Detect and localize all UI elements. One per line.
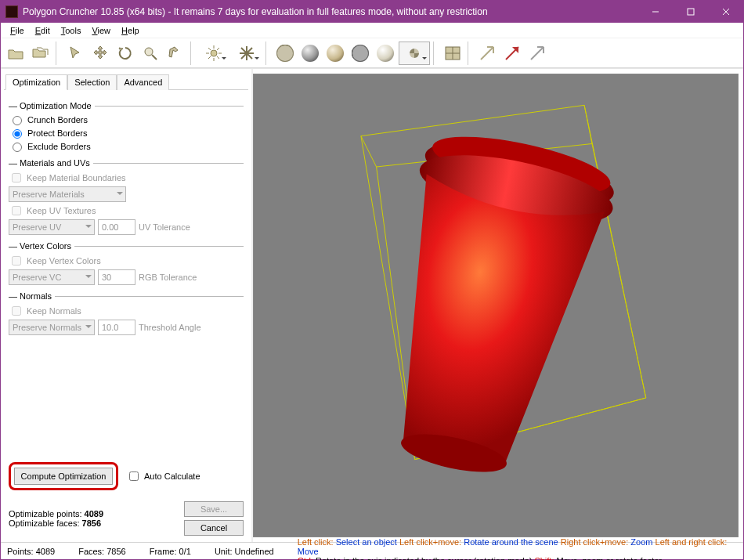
sphere-wire2-icon[interactable] <box>349 42 372 65</box>
menu-edit[interactable]: Edit <box>31 24 55 37</box>
save-button: Save... <box>184 501 244 517</box>
statusbar: Points: 4089 Faces: 7856 Frame: 0/1 Unit… <box>1 542 743 559</box>
cancel-button[interactable]: Cancel <box>184 520 244 536</box>
burst-icon[interactable] <box>231 42 262 65</box>
label-exclude: Exclude Borders <box>27 142 91 151</box>
status-frame: Frame: 0/1 <box>150 547 191 556</box>
hammer-icon[interactable] <box>164 42 187 65</box>
status-faces: Faces: 7856 <box>78 547 126 556</box>
window-title: Polygon Cruncher 10.85 (x64 bits) - It r… <box>23 6 637 17</box>
compute-highlight: Compute Optimization <box>9 462 118 490</box>
pointer-icon[interactable] <box>63 42 87 65</box>
group-mode: Optimization Mode <box>9 101 244 110</box>
optimizable-stats: Optimizable points: 4089 Optimizable fac… <box>9 509 103 528</box>
combo-preserve-normals <box>9 320 95 335</box>
maximize-button[interactable] <box>673 1 708 23</box>
combo-preserve-vc <box>9 269 95 285</box>
app-icon <box>5 5 18 18</box>
label-rgb-tolerance: RGB Tolerance <box>139 273 197 282</box>
batch-icon[interactable] <box>29 42 52 65</box>
open-icon[interactable] <box>4 42 27 65</box>
radio-crunch[interactable] <box>13 116 22 125</box>
check-keep-uv <box>12 206 21 215</box>
tab-selection[interactable]: Selection <box>67 74 117 90</box>
sphere-checker-icon[interactable] <box>399 42 430 65</box>
svg-line-11 <box>208 48 211 50</box>
status-points: Points: 4089 <box>7 547 55 556</box>
svg-line-12 <box>217 56 219 59</box>
sphere-beige-icon[interactable] <box>323 42 347 65</box>
arrow2-icon[interactable] <box>500 42 524 65</box>
label-keep-uv: Keep UV Textures <box>27 206 96 215</box>
group-normals: Normals <box>9 291 244 301</box>
label-uv-tolerance: UV Tolerance <box>139 222 190 232</box>
svg-line-5 <box>152 55 157 60</box>
svg-point-4 <box>145 48 153 56</box>
sphere-wire-icon[interactable] <box>273 42 297 65</box>
quad-icon[interactable] <box>441 42 464 65</box>
combo-preserve-materials <box>9 186 126 202</box>
label-crunch: Crunch Borders <box>27 115 88 125</box>
arrow1-icon[interactable] <box>475 42 499 65</box>
rotate-icon[interactable] <box>114 42 137 65</box>
menu-file[interactable]: File <box>5 24 29 37</box>
radio-exclude[interactable] <box>13 143 22 152</box>
move-icon[interactable] <box>88 42 112 65</box>
compute-button[interactable]: Compute Optimization <box>14 468 113 485</box>
tab-advanced[interactable]: Advanced <box>117 74 169 90</box>
check-keep-normals <box>12 306 21 316</box>
status-hints: Left click: Select an object Left click+… <box>298 537 737 561</box>
sphere-light-icon[interactable] <box>374 42 397 65</box>
menu-view[interactable]: View <box>87 24 115 37</box>
spin-rgb-tolerance <box>98 269 135 285</box>
minimize-button[interactable] <box>637 1 673 23</box>
menu-help[interactable]: Help <box>117 24 144 37</box>
svg-line-23 <box>584 105 592 143</box>
check-keep-boundaries <box>12 173 21 182</box>
label-auto-calculate: Auto Calculate <box>144 471 200 481</box>
close-button[interactable] <box>708 1 743 23</box>
toolbar <box>1 38 743 68</box>
spin-uv-tolerance <box>98 219 135 235</box>
spin-threshold <box>98 320 135 335</box>
viewport-3d[interactable] <box>253 74 739 537</box>
label-keep-normals: Keep Normals <box>27 306 81 316</box>
arrow3-icon[interactable] <box>525 42 549 65</box>
tab-optimization[interactable]: Optimization <box>5 74 67 90</box>
label-protect: Protect Borders <box>27 128 87 138</box>
combo-preserve-uv <box>9 219 95 235</box>
label-keep-boundaries: Keep Material Boundaries <box>27 173 126 182</box>
panel-tabs: Optimization Selection Advanced <box>4 72 248 90</box>
label-keep-vc: Keep Vertex Colors <box>27 256 101 266</box>
label-threshold: Threshold Angle <box>139 323 201 332</box>
menubar: File Edit Tools View Help <box>1 23 743 38</box>
svg-line-13 <box>217 48 219 50</box>
check-auto-calculate[interactable] <box>129 471 139 481</box>
svg-line-14 <box>208 56 211 59</box>
side-panel: Optimization Selection Advanced Optimiza… <box>1 69 253 542</box>
menu-tools[interactable]: Tools <box>56 24 86 37</box>
status-unit: Unit: Undefined <box>215 547 274 556</box>
group-vertex: Vertex Colors <box>9 241 244 251</box>
titlebar: Polygon Cruncher 10.85 (x64 bits) - It r… <box>1 1 743 23</box>
sphere-grey-icon[interactable] <box>298 42 322 65</box>
svg-rect-1 <box>688 9 694 15</box>
zoom-icon[interactable] <box>139 42 162 65</box>
radio-protect[interactable] <box>13 129 22 139</box>
check-keep-vc <box>12 256 21 266</box>
svg-point-6 <box>211 50 217 56</box>
light-icon[interactable] <box>198 42 229 65</box>
group-materials: Materials and UVs <box>9 158 244 168</box>
